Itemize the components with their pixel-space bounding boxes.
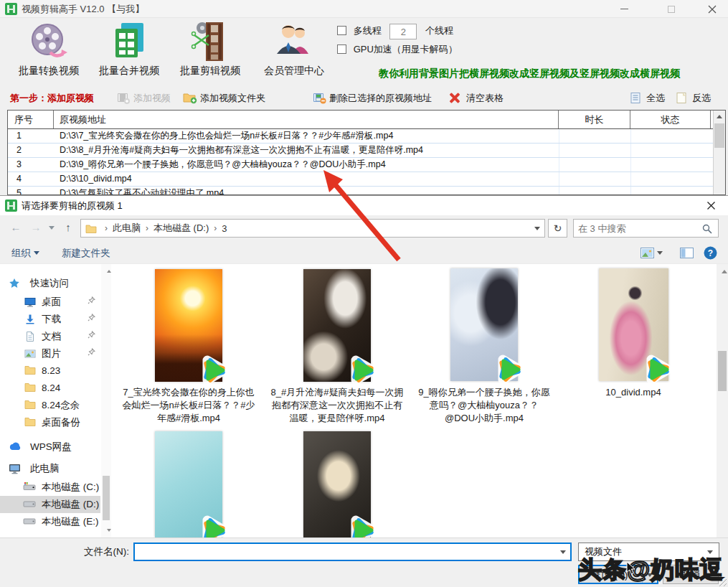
download-icon [24, 314, 36, 325]
dialog-title: 请选择要剪辑的原视频 1 [22, 196, 123, 215]
view-options-caret[interactable] [657, 251, 663, 255]
sidebar-item-desktop[interactable]: 桌面 [0, 294, 100, 311]
sidebar-item-this-pc[interactable]: 此电脑 [0, 460, 100, 477]
recent-locations-button[interactable] [46, 218, 57, 237]
app-logo-icon [5, 3, 17, 15]
sidebar-scrollbar[interactable] [101, 264, 111, 537]
table-scrollbar[interactable] [713, 111, 725, 194]
table-row[interactable]: 3 D:\3\9_嘚你兄弟一个腰子换她，你愿意吗？@大柚柚youza？？@DOU… [8, 158, 725, 172]
sidebar-item-disk-e[interactable]: 本地磁盘 (E:) [0, 513, 100, 530]
sidebar-item-folder-824[interactable]: 8.24 [0, 380, 100, 397]
preview-pane-icon[interactable] [680, 248, 694, 258]
scroll-up-button[interactable] [714, 111, 725, 122]
scroll-up-icon [722, 270, 727, 273]
file-caption[interactable]: 8_#月升沧海#疑商夫妇每一次拥抱都有深意这一次次拥抱不止有温暖，更是陪伴呀.m… [270, 386, 405, 425]
file-list-scrollbar[interactable] [717, 264, 728, 537]
chevron-down-icon [49, 226, 55, 230]
multithread-checkbox[interactable] [337, 26, 346, 35]
maximize-button[interactable] [655, 0, 687, 18]
scroll-down-button[interactable] [103, 525, 115, 536]
dialog-titlebar: 请选择要剪辑的原视频 1 [0, 196, 728, 215]
sidebar-item-disk-c[interactable]: 本地磁盘 (C:) [0, 479, 100, 496]
table-row[interactable]: 5 D:\3\气氛到这了再不心动就没理由了.mp4 [8, 187, 725, 195]
scroll-up-button[interactable] [719, 266, 728, 277]
address-dropdown-button[interactable] [530, 227, 544, 230]
col-status: 状态 [630, 111, 711, 128]
sidebar-item-folder-824b[interactable]: 8.24念余 [0, 397, 100, 414]
table-row[interactable]: 4 D:\3\10_divid.mp4 [8, 172, 725, 187]
breadcrumb-this-pc[interactable]: 此电脑 [113, 222, 141, 235]
sidebar-item-documents[interactable]: 文档 [0, 328, 100, 345]
file-caption[interactable]: 7_宝光终究会撒在你的身上你也会灿烂一场n#长板#日落？？#少年感#滑板.mp4 [121, 386, 256, 425]
chevron-down-icon [534, 227, 540, 230]
scrollbar-thumb[interactable] [714, 123, 724, 148]
filename-label: 文件名(N): [69, 543, 129, 561]
scroll-up-icon [107, 270, 111, 273]
dialog-close-button[interactable] [696, 196, 725, 215]
computer-icon [9, 463, 21, 474]
add-video-icon [117, 92, 131, 104]
col-path: 原视频地址 [54, 111, 559, 128]
row-status [630, 187, 711, 195]
option-gpu: GPU加速（用显卡解码） [337, 43, 458, 56]
sidebar-item-disk-d[interactable]: 本地磁盘 (D:) [0, 496, 100, 513]
sidebar-item-downloads[interactable]: 下载 [0, 311, 100, 328]
invert-selection-icon [676, 92, 688, 104]
module-member-center[interactable]: 会员管理中心 [255, 21, 333, 83]
pin-icon [88, 331, 95, 339]
forward-button[interactable]: → [26, 218, 46, 237]
sidebar-item-quick-access[interactable]: 快速访问 [0, 275, 100, 292]
back-button[interactable]: ← [6, 218, 26, 237]
search-input[interactable] [578, 220, 696, 236]
file-caption[interactable]: 9_嘚你兄弟一个腰子换她，你愿意吗？@大柚柚youza？？@DOU小助手.mp4 [417, 386, 552, 425]
col-duration: 时长 [559, 111, 630, 128]
chevron-down-icon [34, 251, 39, 255]
gpu-checkbox[interactable] [337, 44, 346, 54]
breadcrumb-folder-3[interactable]: 3 [222, 223, 227, 234]
thread-count-box [389, 24, 417, 39]
new-folder-button[interactable]: 新建文件夹 [62, 242, 110, 264]
select-all-button[interactable]: 全选 [646, 86, 665, 110]
delete-selected-button[interactable]: 删除已选择的原视频地址 [329, 86, 432, 110]
dialog-navbar: ← → ↑ › 此电脑 › 本地磁盘 (D:) › 3 ↻ [0, 217, 728, 240]
module-batch-merge[interactable]: 批量合并视频 [90, 21, 168, 83]
module-batch-clip[interactable]: 批量剪辑视频 [171, 21, 249, 83]
up-button[interactable]: ↑ [59, 218, 77, 237]
module-label: 批量剪辑视频 [171, 65, 249, 78]
organize-button[interactable]: 组织 [11, 242, 39, 264]
breadcrumb-drive-d[interactable]: 本地磁盘 (D:) [153, 222, 209, 235]
address-bar[interactable]: › 此电脑 › 本地磁盘 (D:) › 3 [80, 219, 545, 238]
filename-input[interactable] [138, 544, 554, 560]
folder-icon [24, 400, 36, 410]
invert-selection-button[interactable]: 反选 [692, 86, 711, 110]
thumbnails-view-icon[interactable] [640, 248, 654, 258]
sidebar-item-folder-823[interactable]: 8.23 [0, 362, 100, 380]
table-row[interactable]: 2 D:\3\8_#月升沧海#疑商夫妇每一次拥抱都有深意这一次次拥抱不止有温暖，… [8, 144, 725, 158]
module-batch-convert[interactable]: 批量转换视频 [10, 21, 88, 83]
film-clip-icon [190, 21, 230, 62]
tutorial-link[interactable]: 教你利用背景图片把横屏视频改成竖屏视频及竖屏视频改成横屏视频 [379, 67, 727, 80]
close-button[interactable] [696, 0, 728, 18]
sidebar-item-wps-cloud[interactable]: WPS网盘 [0, 438, 100, 456]
chevron-down-icon[interactable] [560, 550, 566, 554]
refresh-button[interactable]: ↻ [548, 219, 567, 238]
add-video-folder-button[interactable]: 添加视频文件夹 [200, 86, 265, 110]
scroll-up-button[interactable] [103, 266, 115, 277]
sidebar-item-pictures[interactable]: 图片 [0, 345, 100, 362]
table-row[interactable]: 1 D:\3\7_宝光终究会撒在你的身上你也会灿烂一场n#长板#日落？？#少年感… [8, 129, 725, 144]
desktop-icon [24, 296, 36, 308]
play-icon [642, 353, 675, 386]
row-path: D:\3\8_#月升沧海#疑商夫妇每一次拥抱都有深意这一次次拥抱不止有温暖，更是… [54, 144, 559, 157]
add-video-button[interactable]: 添加视频 [133, 86, 171, 110]
thread-count-input[interactable] [390, 24, 416, 39]
breadcrumb-separator: › [141, 223, 153, 233]
row-duration [559, 158, 630, 172]
minimize-button[interactable] [608, 0, 640, 18]
scrollbar-thumb[interactable] [718, 351, 727, 391]
dialog-logo-icon [5, 199, 17, 212]
sidebar-item-desktop-backup[interactable]: 桌面备份 [0, 414, 100, 431]
clear-table-button[interactable]: 清空表格 [466, 86, 504, 110]
scrollbar-thumb[interactable] [103, 476, 110, 520]
help-icon[interactable]: ? [704, 246, 717, 260]
file-caption[interactable]: 10_divid.mp4 [566, 386, 701, 399]
